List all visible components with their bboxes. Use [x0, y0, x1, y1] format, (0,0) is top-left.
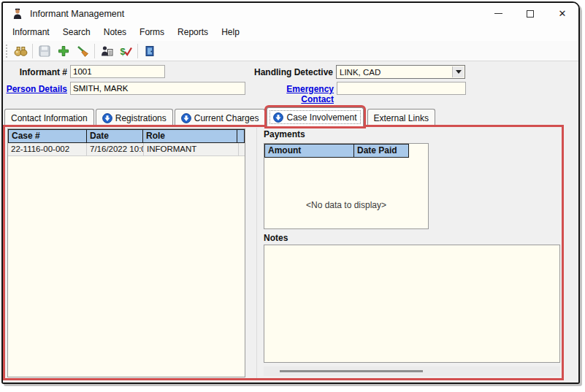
chevron-down-icon: [456, 70, 462, 74]
window-controls: ✕: [482, 3, 578, 24]
payments-grid: Amount Date Paid <No data to display>: [264, 143, 429, 229]
panel-divider: [256, 128, 257, 380]
cell-role: INFORMANT: [144, 143, 239, 155]
scrollbar-thumb[interactable]: [280, 370, 423, 372]
emergency-contact-link[interactable]: Emergency Contact: [252, 84, 334, 104]
table-row[interactable]: 22-1116-00-002 7/16/2022 10:0 INFORMANT: [8, 143, 245, 156]
case-involvement-panel: Case # Date Role 22-1116-00-002 7/16/202…: [3, 125, 578, 383]
person-report-button[interactable]: [97, 42, 116, 59]
column-header-stub: [237, 129, 245, 143]
notes-label: Notes: [264, 233, 288, 243]
column-header-role[interactable]: Role: [142, 129, 237, 143]
toolbar-separator: [32, 44, 33, 58]
app-window: Informant Management ✕ Informant Search …: [1, 1, 580, 384]
handling-detective-value: LINK, CAD: [340, 68, 381, 77]
person-details-link[interactable]: Person Details: [3, 84, 67, 94]
window-title: Informant Management: [30, 9, 124, 19]
handling-detective-dropdown[interactable]: LINK, CAD: [336, 65, 465, 79]
add-button[interactable]: [54, 42, 73, 59]
person-details-input[interactable]: [70, 82, 245, 95]
menu-search[interactable]: Search: [56, 24, 97, 41]
payment-button[interactable]: $: [116, 42, 135, 59]
menu-reports[interactable]: Reports: [171, 24, 215, 41]
tab-label: Case Involvement: [286, 112, 356, 123]
notes-textarea[interactable]: [264, 245, 560, 363]
tab-external-links[interactable]: External Links: [367, 109, 435, 126]
clear-broom-icon: [76, 45, 89, 58]
tab-strip: Contact Information Registrations Curren…: [4, 107, 578, 126]
form-area: Informant # Handling Detective LINK, CAD…: [3, 61, 578, 107]
emergency-contact-input[interactable]: [337, 82, 466, 95]
no-data-message: <No data to display>: [264, 200, 428, 210]
svg-text:$: $: [121, 45, 126, 56]
menu-bar: Informant Search Notes Forms Reports Hel…: [3, 24, 578, 41]
cell-date: 7/16/2022 10:0: [87, 143, 144, 155]
save-disk-icon: [39, 45, 50, 57]
find-binoculars-icon: [14, 45, 28, 57]
minimize-icon: [494, 13, 502, 14]
column-header-date[interactable]: Date: [86, 129, 143, 143]
cell-stub: [239, 143, 245, 155]
column-header-amount[interactable]: Amount: [264, 144, 354, 158]
tab-label: Current Charges: [194, 113, 259, 123]
informant-number-input[interactable]: [70, 65, 165, 78]
horizontal-scrollbar[interactable]: [264, 366, 560, 376]
exit-door-icon: [144, 45, 156, 57]
close-icon: ✕: [559, 9, 567, 18]
title-bar: Informant Management ✕: [3, 3, 578, 24]
tab-contact-information[interactable]: Contact Information: [4, 109, 94, 126]
clear-button[interactable]: [73, 42, 92, 59]
menu-forms[interactable]: Forms: [133, 24, 171, 41]
cell-case-number: 22-1116-00-002: [8, 143, 87, 155]
grid-header-row: Amount Date Paid: [264, 144, 428, 158]
column-header-case[interactable]: Case #: [8, 129, 87, 143]
payments-label: Payments: [264, 129, 305, 139]
informant-number-label: Informant #: [3, 67, 67, 77]
dropdown-button[interactable]: [452, 66, 464, 77]
blue-circle-down-arrow-icon: [102, 113, 112, 123]
tab-registrations[interactable]: Registrations: [96, 109, 173, 126]
menu-informant[interactable]: Informant: [6, 24, 56, 41]
grid-header-row: Case # Date Role: [8, 129, 245, 143]
maximize-icon: [527, 10, 534, 18]
person-report-icon: [100, 45, 113, 57]
exit-button[interactable]: [140, 42, 159, 59]
toolbar: $: [3, 41, 578, 61]
tab-case-involvement[interactable]: Case Involvement: [267, 107, 363, 126]
case-involvement-grid: Case # Date Role 22-1116-00-002 7/16/202…: [7, 128, 245, 377]
close-button[interactable]: ✕: [546, 3, 578, 24]
find-button[interactable]: [11, 42, 30, 59]
payment-dollar-check-icon: $: [119, 45, 132, 57]
save-button[interactable]: [35, 42, 54, 59]
add-plus-icon: [58, 45, 69, 57]
informant-person-icon: [12, 8, 23, 20]
menu-help[interactable]: Help: [215, 24, 246, 41]
toolbar-separator: [94, 44, 95, 58]
tab-label: External Links: [374, 113, 429, 123]
minimize-button[interactable]: [482, 3, 514, 24]
tab-label: Registrations: [115, 113, 167, 123]
blue-circle-down-arrow-icon: [181, 113, 191, 123]
toolbar-grip-icon: [6, 45, 8, 58]
menu-notes[interactable]: Notes: [97, 24, 133, 41]
maximize-button[interactable]: [514, 3, 546, 24]
toolbar-separator: [137, 44, 138, 58]
column-header-date-paid[interactable]: Date Paid: [353, 144, 409, 158]
tab-current-charges[interactable]: Current Charges: [175, 109, 266, 126]
handling-detective-label: Handling Detective: [251, 67, 333, 77]
blue-circle-down-arrow-icon: [273, 112, 283, 123]
tab-label: Contact Information: [11, 113, 88, 123]
